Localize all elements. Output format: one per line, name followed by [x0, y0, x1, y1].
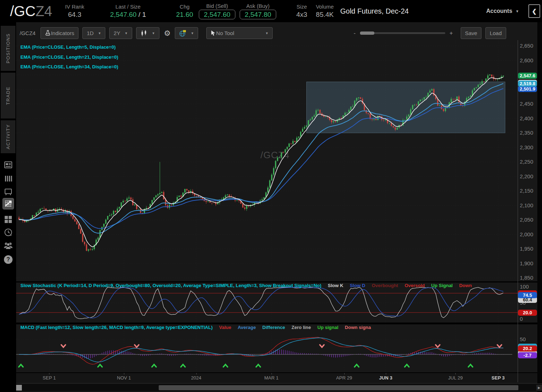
range-value: 2Y [114, 30, 120, 36]
macd-study-label[interactable]: MACD (Fast length=12, Slow length=26, MA… [20, 325, 212, 330]
up-signal-arrow [256, 364, 260, 367]
macd-difference-badge: -2.7 [518, 352, 537, 358]
time-axis: SEP 1NOV 12024MAR 1APR 29JUN 3JUL 29SEP … [16, 373, 537, 382]
symbol-month-code: Z4 [35, 3, 52, 19]
news-icon[interactable] [3, 160, 14, 170]
macd-value-badge: 20.2 [518, 345, 537, 352]
quote-field-iv-rank: IV Rank64.3 [65, 4, 84, 19]
chevron-down-icon: ▼ [152, 32, 155, 35]
legend-item-zero-line: Zero line [292, 325, 311, 330]
scroll-home-button[interactable] [16, 385, 22, 391]
zoom-in-button[interactable]: + [450, 30, 453, 37]
up-signal-arrow [98, 364, 102, 367]
price-tick: 1,900 [520, 260, 533, 266]
indicators-label: Indicators [51, 30, 74, 36]
quote-field-ask-buy-[interactable]: Ask (Buy)2,547.80 [240, 3, 276, 19]
stochastic-panel-canvas[interactable] [16, 282, 518, 323]
legend-item-value: Value [219, 325, 231, 330]
price-chart-canvas[interactable]: /GCZ4 [16, 40, 518, 281]
quote-field-last-size: Last / Size2,547.60 / 1 [110, 4, 146, 19]
sidebar-tab-trade[interactable]: TRADE [1, 73, 15, 118]
ema21-study-label[interactable]: EMA (Price=CLOSE, Length=21, Displace=0) [20, 52, 118, 62]
down-signal-arrow [436, 345, 440, 347]
grid-icon[interactable] [3, 214, 14, 225]
history-icon[interactable] [3, 227, 14, 238]
quote-field-chg: Chg21.60 [176, 4, 193, 19]
price-tick: 2,050 [520, 217, 533, 223]
sidebar-tab-positions[interactable]: POSITIONS [1, 26, 15, 71]
indicators-button[interactable]: Indicators [40, 27, 78, 39]
field-value: 85.4K [316, 10, 334, 19]
accounts-label: Accounts [486, 8, 512, 14]
macd-average-line [19, 338, 503, 362]
gear-icon[interactable]: ⚙ [164, 29, 171, 38]
field-label: Size [297, 4, 307, 10]
chart-style-dropdown[interactable]: ▼ [136, 27, 159, 39]
ema5-study-label[interactable]: EMA (Price=CLOSE, Length=5, Displace=0) [20, 42, 118, 52]
macd-tick: 50 [520, 336, 526, 342]
time-tick-mark [196, 373, 197, 374]
price-tick: 2,150 [520, 188, 533, 194]
time-tick-label: APR 29 [336, 375, 352, 381]
time-tick-mark [124, 373, 124, 374]
price-tick: 2,350 [520, 130, 533, 136]
tab-label: POSITIONS [5, 33, 11, 63]
time-tick-label: SEP 1 [43, 375, 56, 381]
list-icon[interactable] [3, 173, 14, 184]
scrollbar-thumb[interactable] [159, 385, 518, 390]
trading-platform: /GCZ4 IV Rank64.3Last / Size2,547.60 / 1… [0, 0, 542, 392]
down-signal-arrow [135, 345, 139, 347]
users-icon[interactable] [3, 240, 14, 251]
grid-layout-dropdown[interactable]: ▼ [175, 27, 198, 39]
quote-field-bid-sell-[interactable]: Bid (Sell)2,547.60 [199, 3, 235, 19]
flask-icon [45, 30, 51, 36]
chevron-down-icon: ▼ [265, 32, 268, 35]
up-signal-arrow [223, 364, 227, 367]
zoom-slider[interactable] [360, 32, 445, 34]
study-labels: EMA (Price=CLOSE, Length=5, Displace=0) … [20, 42, 118, 72]
down-signal-arrow [61, 345, 66, 347]
tab-label: TRADE [5, 86, 11, 105]
load-button[interactable]: Load [485, 27, 506, 39]
stochastic-axis: 10050074.560.420.0 [518, 282, 537, 323]
monitor-icon[interactable] [3, 186, 14, 197]
time-tick-label: SEP 3 [491, 375, 505, 381]
down-signal-arrow [497, 345, 502, 347]
horizontal-scrollbar[interactable]: ▶ [16, 383, 542, 391]
stochastic-label-row: Slow Stochastic (K Period=14, D Period=9… [20, 283, 472, 288]
legend-item-down-signa: Down signa [345, 325, 371, 330]
time-tick-label: 2024 [191, 375, 201, 381]
right-gutter [537, 22, 542, 392]
candlestick-style-icon [140, 30, 148, 37]
ema34-study-label[interactable]: EMA (Price=CLOSE, Length=34, Displace=0) [20, 62, 118, 72]
zoom-slider-thumb[interactable] [360, 32, 374, 35]
save-button[interactable]: Save [461, 27, 481, 39]
save-label: Save [465, 30, 477, 36]
question-mark: ? [4, 255, 13, 264]
chart-icon[interactable] [3, 198, 14, 209]
accounts-menu[interactable]: Accounts▼ [486, 8, 519, 14]
time-tick-mark [386, 373, 386, 374]
collapse-panel-button[interactable]: ❮ [528, 4, 540, 18]
stochastic-study-label[interactable]: Slow Stochastic (K Period=14, D Period=9… [20, 283, 321, 288]
timeframe-dropdown[interactable]: 1D▼ [82, 27, 105, 39]
drawing-tool-dropdown[interactable]: No Tool ▼ [206, 27, 273, 39]
field-label: Ask (Buy) [246, 3, 270, 9]
axis-divider [518, 40, 518, 382]
range-dropdown[interactable]: 2Y▼ [109, 27, 132, 39]
help-icon[interactable]: ? [3, 254, 14, 265]
up-signal-arrow [405, 364, 409, 367]
price-tick: 2,400 [520, 115, 533, 121]
load-label: Load [490, 30, 502, 36]
chevron-down-icon: ▼ [515, 9, 519, 13]
price-tick: 2,450 [520, 101, 533, 107]
zoom-out-button[interactable]: - [354, 30, 355, 37]
sidebar-tab-activity[interactable]: ACTIVITY [1, 120, 15, 153]
price-tick: 2,600 [520, 57, 533, 63]
legend-item-down: Down [459, 283, 472, 288]
scroll-right-button[interactable]: ▶ [536, 385, 542, 391]
field-value: 64.3 [68, 10, 81, 19]
macd-panel-canvas[interactable] [16, 324, 518, 372]
price-tick: 2,200 [520, 173, 533, 179]
field-value: 21.60 [176, 10, 193, 19]
